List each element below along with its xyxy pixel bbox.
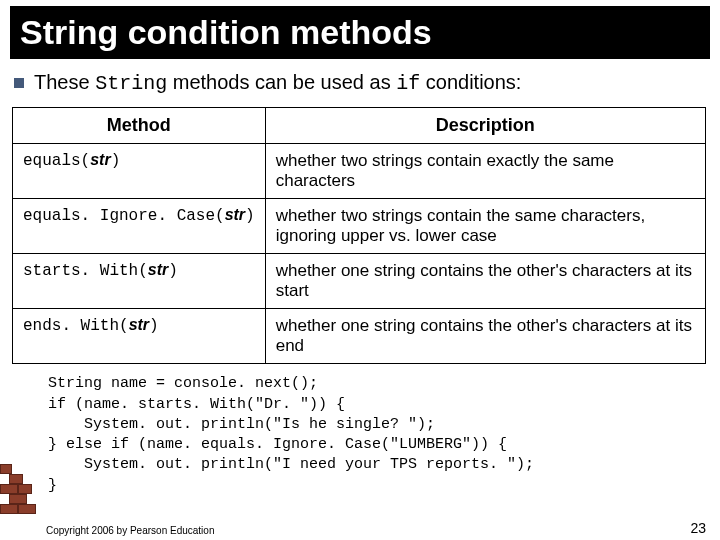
intro-mid: methods can be used as	[167, 71, 396, 93]
description-cell: whether one string contains the other's …	[265, 309, 705, 364]
intro-code-string: String	[95, 72, 167, 95]
header-description: Description	[265, 108, 705, 144]
method-suffix: )	[168, 262, 178, 280]
copyright-footer: Copyright 2006 by Pearson Education	[46, 525, 214, 536]
intro-prefix: These	[34, 71, 95, 93]
method-cell: equals. Ignore. Case(str)	[13, 199, 266, 254]
method-cell: starts. With(str)	[13, 254, 266, 309]
method-suffix: )	[149, 317, 159, 335]
method-param: str	[129, 316, 149, 333]
table-row: starts. With(str) whether one string con…	[13, 254, 706, 309]
table-row: ends. With(str) whether one string conta…	[13, 309, 706, 364]
method-param: str	[225, 206, 245, 223]
brick-decoration	[0, 464, 36, 514]
description-cell: whether one string contains the other's …	[265, 254, 705, 309]
header-method: Method	[13, 108, 266, 144]
method-prefix: equals. Ignore. Case(	[23, 207, 225, 225]
method-prefix: starts. With(	[23, 262, 148, 280]
intro-text: These String methods can be used as if c…	[34, 69, 521, 97]
slide-title: String condition methods	[10, 6, 710, 59]
method-param: str	[90, 151, 110, 168]
method-suffix: )	[111, 152, 121, 170]
method-prefix: ends. With(	[23, 317, 129, 335]
method-param: str	[148, 261, 168, 278]
code-example: String name = console. next(); if (name.…	[48, 374, 720, 496]
intro-code-if: if	[396, 72, 420, 95]
table-row: equals. Ignore. Case(str) whether two st…	[13, 199, 706, 254]
methods-table: Method Description equals(str) whether t…	[12, 107, 706, 364]
description-cell: whether two strings contain exactly the …	[265, 144, 705, 199]
intro-line: These String methods can be used as if c…	[14, 69, 706, 97]
intro-suffix: conditions:	[420, 71, 521, 93]
method-cell: equals(str)	[13, 144, 266, 199]
method-suffix: )	[245, 207, 255, 225]
page-number: 23	[690, 520, 706, 536]
method-prefix: equals(	[23, 152, 90, 170]
bullet-icon	[14, 78, 24, 88]
table-row: equals(str) whether two strings contain …	[13, 144, 706, 199]
description-cell: whether two strings contain the same cha…	[265, 199, 705, 254]
method-cell: ends. With(str)	[13, 309, 266, 364]
table-header-row: Method Description	[13, 108, 706, 144]
